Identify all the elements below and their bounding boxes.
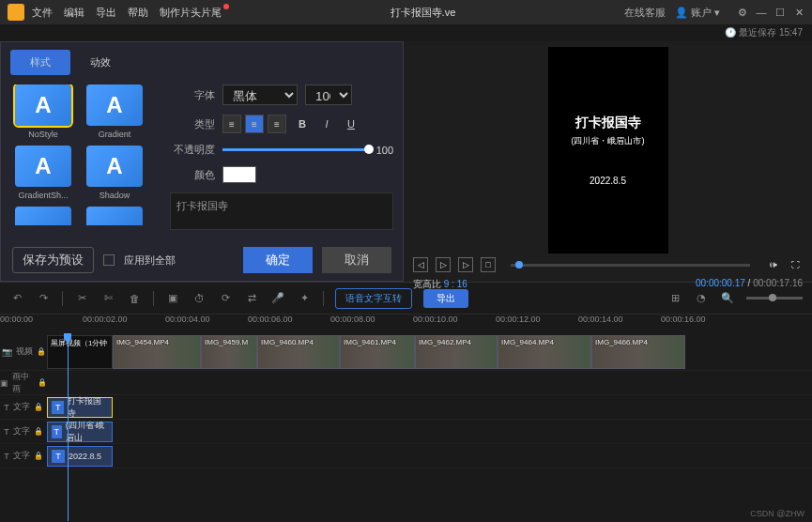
stop-icon[interactable]: □ bbox=[481, 257, 496, 272]
next-frame-icon[interactable]: ▷ bbox=[458, 257, 473, 272]
marker-icon[interactable]: ◔ bbox=[694, 291, 709, 306]
style-preset-more1[interactable] bbox=[10, 207, 76, 230]
preview-panel: 打卡报国寺 (四川省・峨眉山市) 2022.8.5 ◁ ▷ ▷ □ 🕪 ⛶ 宽高… bbox=[404, 41, 812, 282]
tab-motion[interactable]: 动效 bbox=[70, 50, 130, 75]
opacity-slider[interactable] bbox=[222, 148, 369, 151]
color-picker[interactable] bbox=[222, 166, 256, 183]
timeline-ruler[interactable]: 00:00:0000:00:02.0000:00:04.0000:00:06.0… bbox=[0, 315, 812, 333]
split-icon[interactable]: ✂ bbox=[74, 291, 89, 306]
maximize-icon[interactable]: ☐ bbox=[774, 7, 786, 18]
text-clip[interactable]: T2022.8.5 bbox=[47, 446, 113, 467]
style-preset-gradientsh[interactable]: A GradientSh... bbox=[10, 146, 76, 201]
preview-title-text: 打卡报国寺 bbox=[575, 115, 641, 131]
mirror-icon[interactable]: ⇄ bbox=[244, 291, 259, 306]
speed-icon[interactable]: ⏱ bbox=[192, 291, 207, 306]
aspect-value[interactable]: 9 : 16 bbox=[444, 279, 467, 289]
undo-icon[interactable]: ↶ bbox=[9, 291, 24, 306]
align-left-icon[interactable]: ≡ bbox=[222, 115, 241, 133]
text-clip-label: 2022.8.5 bbox=[69, 452, 101, 461]
pip-track: ▣画中画🔒 bbox=[0, 371, 812, 395]
close-icon[interactable]: ✕ bbox=[793, 7, 804, 18]
style-preset-gradient[interactable]: A Gradient bbox=[82, 84, 147, 140]
menu-edit[interactable]: 编辑 bbox=[64, 6, 84, 20]
snap-icon[interactable]: ⊞ bbox=[667, 291, 682, 306]
crop-icon[interactable]: ▣ bbox=[165, 291, 180, 306]
font-label: 字体 bbox=[170, 88, 215, 102]
video-clip[interactable]: IMG_9460.MP4 bbox=[257, 335, 340, 369]
time-total: 00:00:17.16 bbox=[753, 278, 803, 288]
lock-icon[interactable]: 🔒 bbox=[34, 403, 43, 411]
ruler-label: 00:00:10.00 bbox=[413, 315, 458, 324]
text-clip-icon: T bbox=[52, 401, 64, 414]
zoom-slider[interactable] bbox=[746, 297, 803, 299]
video-clip[interactable]: IMG_9464.MP4 bbox=[498, 335, 591, 369]
text-clip-icon: T bbox=[52, 450, 65, 463]
align-center-icon[interactable]: ≡ bbox=[245, 115, 264, 133]
video-clip[interactable]: 黑屏视频（1分钟 bbox=[47, 335, 113, 369]
font-select[interactable]: 黑体 bbox=[222, 84, 298, 105]
playhead[interactable] bbox=[68, 333, 69, 521]
account-link[interactable]: 👤 账户 ▾ bbox=[675, 6, 720, 20]
text-input-preview[interactable]: 打卡报国寺 bbox=[170, 192, 393, 230]
lock-icon[interactable]: 🔒 bbox=[34, 427, 43, 436]
tab-style[interactable]: 样式 bbox=[10, 50, 70, 75]
ruler-label: 00:00:02.00 bbox=[83, 315, 128, 324]
apply-all-label: 应用到全部 bbox=[124, 253, 176, 268]
cut-icon[interactable]: ✄ bbox=[100, 291, 115, 306]
autosave-status: 最近保存 15:47 bbox=[0, 24, 812, 41]
voice-convert-button[interactable]: 语音文字互转 bbox=[335, 288, 412, 309]
menu-export[interactable]: 导出 bbox=[96, 6, 116, 20]
effect-icon[interactable]: ✦ bbox=[297, 291, 312, 306]
font-size-select[interactable]: 100 bbox=[305, 84, 352, 105]
text-clip[interactable]: T打卡报国寺 bbox=[47, 397, 113, 418]
aspect-label: 宽高比 bbox=[413, 279, 441, 289]
app-logo[interactable] bbox=[8, 4, 24, 21]
rotate-icon[interactable]: ⟳ bbox=[218, 291, 233, 306]
video-clip[interactable]: IMG_9454.MP4 bbox=[113, 335, 201, 369]
lock-icon[interactable]: 🔒 bbox=[37, 347, 46, 356]
menu-intro-outro[interactable]: 制作片头片尾 bbox=[160, 6, 222, 20]
ruler-label: 00:00:12.00 bbox=[496, 315, 541, 324]
audio-icon[interactable]: 🎤 bbox=[270, 291, 285, 306]
lock-icon[interactable]: 🔒 bbox=[34, 452, 43, 460]
video-clip[interactable]: IMG_9462.MP4 bbox=[415, 335, 498, 369]
ruler-label: 00:00:04.00 bbox=[165, 315, 210, 324]
video-preview[interactable]: 打卡报国寺 (四川省・峨眉山市) 2022.8.5 bbox=[413, 47, 803, 253]
text-clip-label: 打卡报国寺 bbox=[68, 395, 108, 420]
lock-icon[interactable]: 🔒 bbox=[38, 378, 47, 387]
minimize-icon[interactable]: — bbox=[756, 7, 767, 18]
text-clip-label: (四川省·峨眉山 bbox=[66, 420, 108, 444]
ruler-label: 00:00:00 bbox=[0, 315, 33, 324]
progress-bar[interactable] bbox=[511, 264, 750, 267]
apply-all-checkbox[interactable] bbox=[103, 254, 115, 266]
delete-icon[interactable]: 🗑 bbox=[127, 291, 142, 306]
prev-frame-icon[interactable]: ◁ bbox=[413, 257, 428, 272]
italic-button[interactable]: I bbox=[318, 118, 335, 130]
watermark: CSDN @ZHW bbox=[750, 509, 804, 518]
align-right-icon[interactable]: ≡ bbox=[268, 115, 286, 133]
play-icon[interactable]: ▷ bbox=[436, 257, 451, 272]
menu-file[interactable]: 文件 bbox=[32, 6, 53, 20]
bold-button[interactable]: B bbox=[294, 118, 311, 130]
menu-help[interactable]: 帮助 bbox=[128, 6, 148, 20]
style-preset-more2[interactable] bbox=[82, 207, 147, 230]
video-clip[interactable]: IMG_9459.M bbox=[201, 335, 257, 369]
settings-icon[interactable]: ⚙ bbox=[737, 7, 748, 18]
online-service-link[interactable]: 在线客服 bbox=[624, 6, 666, 20]
style-preset-shadow[interactable]: A Shadow bbox=[82, 146, 147, 201]
zoom-icon[interactable]: 🔍 bbox=[720, 291, 735, 306]
text-icon: T bbox=[4, 452, 9, 461]
confirm-button[interactable]: 确定 bbox=[243, 247, 313, 273]
video-clip[interactable]: IMG_9466.MP4 bbox=[591, 335, 685, 369]
redo-icon[interactable]: ↷ bbox=[36, 291, 51, 306]
volume-icon[interactable]: 🕪 bbox=[765, 257, 780, 272]
fullscreen-icon[interactable]: ⛶ bbox=[788, 257, 803, 272]
export-button[interactable]: 导出 bbox=[423, 289, 468, 308]
cancel-button[interactable]: 取消 bbox=[322, 247, 391, 273]
save-preset-button[interactable]: 保存为预设 bbox=[12, 247, 94, 273]
underline-button[interactable]: U bbox=[343, 118, 360, 130]
ruler-label: 00:00:16.00 bbox=[661, 315, 706, 324]
video-clip[interactable]: IMG_9461.MP4 bbox=[340, 335, 415, 369]
style-preset-nostyle[interactable]: A NoStyle bbox=[10, 84, 76, 140]
text-clip[interactable]: T(四川省·峨眉山 bbox=[47, 422, 113, 442]
